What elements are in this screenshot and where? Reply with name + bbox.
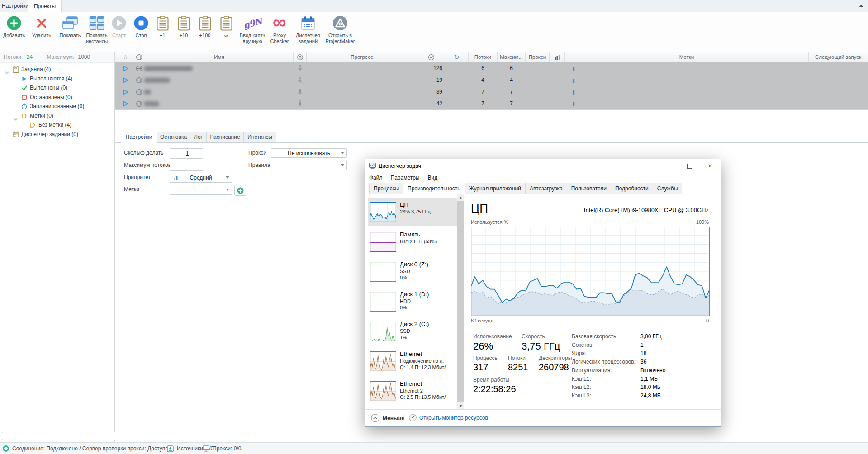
priority-select[interactable]: Средний [170,173,232,183]
settings-tab-4[interactable]: Расписание [207,132,243,142]
tm-tab-5[interactable]: Пользователи [567,183,611,194]
settings-tab-1[interactable]: Настройки [121,132,157,143]
column-header-следующий-запуск[interactable]: Следующий запуск [809,52,868,62]
column-header-refresh-icon[interactable]: ↻ [445,52,469,62]
toolbar-clipboard-button[interactable]: +100 [194,14,215,38]
tm-tab-1[interactable]: Процессы [369,183,403,194]
tree-item-3[interactable]: Выполнены (0) [0,83,114,92]
toolbar-clipboard-button[interactable]: ∞ [217,14,236,38]
show-windows-icon [62,16,78,30]
tm-sidebar-item-5[interactable]: Диск 2 (C:)SSD1% [368,317,457,345]
proxy-select[interactable]: Не использовать [271,148,347,158]
captcha-icon: g9N [243,18,262,28]
row-stats-bars-icon[interactable] [565,74,581,86]
window-tab-1[interactable]: Настройки [2,0,27,12]
column-header-метки[interactable]: Метки [565,52,809,62]
toolbar-captcha-button[interactable]: g9NВвод каптч вручную [237,14,268,44]
scroll-down-icon[interactable]: ▼ [457,402,464,409]
column-header-target-icon[interactable] [294,52,307,62]
tm-sidebar-item-1[interactable]: ЦП26% 3,75 ГГц [368,198,457,226]
tm-sidebar-item-4[interactable]: Диск 1 (D:)HDD0% [368,288,457,316]
tm-sidebar-item-6[interactable]: EthernetПодключение по л.О: 1,4 П: 12,3 … [368,347,457,375]
tm-tab-7[interactable]: Службы [653,183,682,194]
task-manager-titlebar[interactable]: Диспетчер задач – ✕ [365,159,721,173]
tree-item-2[interactable]: Выполняются (4) [0,74,114,83]
settings-tab-3[interactable]: Лог [190,132,207,142]
table-row[interactable]: 4277 [115,98,868,110]
tree-item-1[interactable]: Задания (4) [0,65,114,74]
table-row[interactable]: 12666 [115,62,868,75]
toolbar-clipboard-button[interactable]: +1 [153,14,172,38]
rules-select[interactable] [271,161,347,170]
toolbar-play-circle-button[interactable]: Старт [109,14,129,38]
toolbar-add-circle-button[interactable]: Добавить [1,14,27,38]
tree-item-7[interactable]: Без метки (4) [0,120,114,129]
tm-sidebar-item-3[interactable]: Диск 0 (Z:)SSD0% [368,258,457,286]
tm-sidebar-item-7[interactable]: EthernetEthernet 2О: 2,5 П: 13,5 Мбит/ [368,377,457,405]
row-play-icon[interactable] [119,98,133,109]
settings-tab-5[interactable]: Инстансы [243,132,276,142]
tree-item-4[interactable]: Остановлены (0) [0,93,114,102]
row-stats-bars-icon[interactable] [565,62,581,74]
window-tab-2[interactable]: Проекты [28,0,62,13]
column-header-check-circle-icon[interactable] [417,52,445,62]
tm-tab-4[interactable]: Автозагрузка [525,183,567,194]
row-play-icon[interactable] [119,86,133,98]
maximize-button[interactable] [679,159,700,173]
toolbar-delete-x-button[interactable]: Удалить [29,14,54,38]
scroll-up-icon[interactable]: ▲ [457,194,464,201]
table-row[interactable]: 3977 [115,86,868,98]
toolbar-grid-windows-button[interactable]: Показать инстансы [82,14,111,44]
row-stats-bars-icon[interactable] [565,86,581,98]
row-max-threads: 6 [498,62,525,74]
row-play-icon[interactable] [119,74,133,86]
footer-divider: | [403,414,404,421]
add-label-button[interactable] [234,185,246,196]
toolbar-pm-logo-button[interactable]: Открыть в ProjectMaker [321,14,359,44]
tm-tab-3[interactable]: Журнал приложений [465,183,526,194]
column-header-globe-icon[interactable] [133,52,145,62]
toolbar-clipboard-button[interactable]: +10 [174,14,193,38]
tree-item-6[interactable]: Метки (0) [0,111,114,120]
row-person-icon [294,98,307,109]
tree-filter-input[interactable] [2,432,116,440]
tm-tab-6[interactable]: Подробности [611,183,653,194]
how-many-input[interactable] [170,148,203,159]
column-header-имя[interactable]: Имя [145,52,294,62]
row-stats-bars-icon[interactable] [565,98,581,109]
max-threads-input[interactable] [170,161,203,171]
column-header-прокси[interactable]: Прокси [526,52,550,62]
column-header-потоки[interactable]: Потоки [469,52,498,62]
sidebar-scrollbar[interactable]: ▲ ▼ [457,194,464,409]
column-header-star-icon[interactable]: ☆ [119,52,133,62]
tree-item-label: Диспетчер заданий (0) [21,130,78,139]
column-header-bars-icon[interactable] [550,52,565,62]
tm-tab-2[interactable]: Производительность [403,183,465,194]
minimize-button[interactable]: – [658,159,679,173]
column-header-прогресс[interactable]: Прогресс [307,52,417,62]
tree-item-8[interactable]: Диспетчер заданий (0) [0,130,114,139]
row-person-icon [294,86,307,98]
open-resource-monitor-link[interactable]: Открыть монитор ресурсов [409,414,488,421]
toolbar-calendar-button[interactable]: Диспетчер заданий [292,14,324,44]
tm-sidebar-item-title: Диск 2 (C:) [400,320,456,328]
tm-menu-1[interactable]: Файл [369,175,383,181]
table-row[interactable]: 1944 [115,74,868,86]
clipboard-icon [178,16,190,31]
ribbon-collapse-icon[interactable] [859,5,863,7]
tree-item-5[interactable]: Запланированные (0) [0,102,114,111]
labels-select[interactable] [170,185,232,195]
tm-menu-3[interactable]: Вид [427,175,437,181]
less-details-button[interactable]: Меньше [371,414,404,422]
close-button[interactable]: ✕ [700,159,721,173]
toolbar-infinity-button[interactable]: ∞Proxy Checker [267,14,292,44]
column-header-максим-[interactable]: Максим... [498,52,526,62]
tm-sidebar-item-2[interactable]: Память68/128 ГБ (53%) [368,228,457,256]
spec-value: 1,1 МБ [640,376,658,382]
toolbar-show-windows-button[interactable]: Показать [56,14,84,38]
toolbar-stop-circle-button[interactable]: Стоп [132,14,151,38]
row-play-icon[interactable] [119,62,133,74]
settings-tab-2[interactable]: Остановка [157,132,190,142]
scrollbar-thumb[interactable] [457,201,464,402]
tm-menu-2[interactable]: Параметры [391,175,420,181]
